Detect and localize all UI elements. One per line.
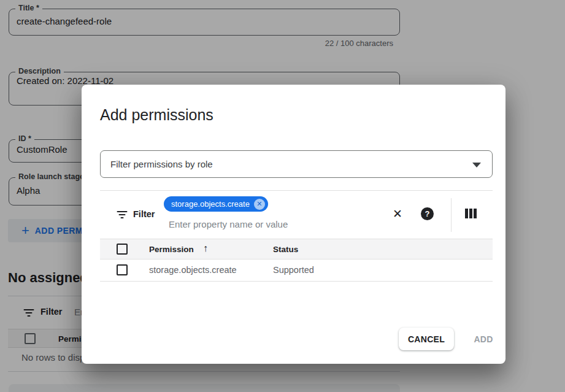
select-text: Filter permissions by role (110, 159, 213, 169)
help-icon[interactable]: ? (421, 207, 434, 220)
cancel-button[interactable]: CANCEL (399, 328, 454, 350)
filter-input[interactable]: Enter property name or value (169, 219, 288, 229)
permission-column-header[interactable]: Permission (149, 245, 194, 254)
select-all-checkbox[interactable] (117, 244, 128, 255)
filter-permissions-by-role-select[interactable]: Filter permissions by role (100, 150, 493, 178)
columns-icon[interactable] (465, 209, 477, 218)
chevron-down-icon (472, 163, 481, 167)
filter-label: Filter (133, 209, 155, 219)
remove-chip-icon[interactable]: ✕ (254, 199, 265, 210)
dialog-table-header: Permission ↑ Status (100, 239, 493, 259)
add-button[interactable]: ADD (465, 328, 502, 350)
filter-chip[interactable]: storage.objects.create ✕ (164, 196, 268, 212)
sort-ascending-icon[interactable]: ↑ (203, 243, 208, 254)
row-checkbox[interactable] (117, 264, 128, 275)
table-row[interactable]: storage.objects.create Supported (100, 259, 493, 282)
status-column-header[interactable]: Status (273, 245, 298, 254)
filter-chip-text: storage.objects.create (171, 199, 250, 209)
divider (100, 190, 493, 191)
row-permission: storage.objects.create (149, 265, 237, 275)
row-status: Supported (273, 265, 314, 275)
dialog-title: Add permissions (100, 106, 213, 124)
clear-filter-icon[interactable]: ✕ (390, 207, 405, 221)
filter-icon (117, 210, 128, 221)
add-permissions-dialog: Add permissions Filter permissions by ro… (82, 85, 505, 364)
divider (451, 198, 452, 232)
